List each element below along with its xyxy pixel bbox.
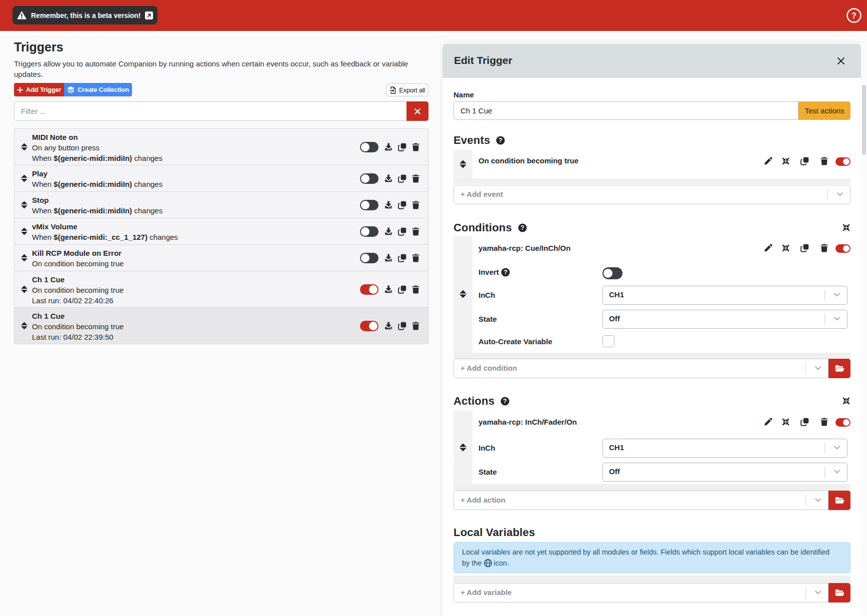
- svg-text:?: ?: [852, 11, 856, 20]
